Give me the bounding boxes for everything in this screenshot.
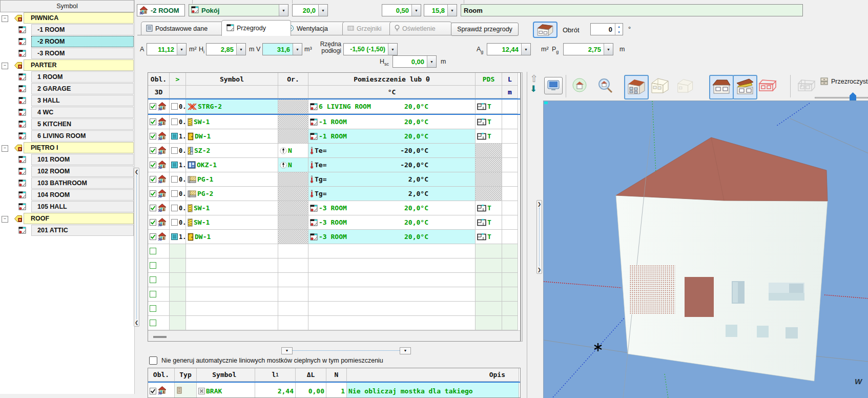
collapse-left-icon[interactable]: ❮ (135, 320, 139, 325)
orientation-cell[interactable] (278, 129, 308, 144)
dropdown-arrow-icon[interactable]: ▼ (427, 56, 436, 67)
col-header-more[interactable]: > (170, 73, 186, 86)
orientation-cell[interactable]: N (278, 144, 308, 158)
dropdown-arrow-icon[interactable]: ▼ (318, 5, 327, 16)
length-cell[interactable] (502, 144, 518, 158)
dropdown-arrow-icon[interactable]: ▼ (388, 44, 397, 55)
col-header-l1[interactable]: l1 (255, 368, 296, 382)
pds-cell[interactable] (476, 187, 502, 201)
obl-checkbox[interactable] (150, 305, 156, 312)
orientation-cell[interactable] (278, 244, 308, 258)
field-A[interactable]: 11,12▼ (147, 43, 187, 55)
door[interactable] (685, 277, 714, 317)
dl-cell[interactable]: 0,00 (296, 383, 326, 398)
obl-checkbox[interactable] (150, 133, 156, 140)
symbol-cell[interactable]: DW-1 (186, 230, 278, 244)
col-header-l[interactable]: L (502, 73, 518, 86)
partition-row-empty[interactable] (148, 244, 520, 258)
tree-group-ROOF[interactable]: − ROOF (0, 213, 134, 225)
dropdown-arrow-icon[interactable]: ▼ (521, 44, 530, 55)
view-roof-open-button[interactable] (733, 75, 757, 99)
obl-checkbox[interactable] (150, 205, 156, 211)
room-cell[interactable] (308, 244, 476, 258)
obl-checkbox[interactable] (150, 190, 156, 197)
pds-cell[interactable] (476, 302, 502, 316)
tree-group-PIWNICA[interactable]: − PIWNICA (0, 12, 134, 24)
partition-row-empty[interactable] (148, 302, 520, 316)
length-cell[interactable] (502, 230, 518, 244)
field-floor-level[interactable]: -1,50 (-1,50)▼ (343, 43, 398, 55)
col-header-room[interactable]: Pomieszczenie lub θ (308, 73, 476, 86)
window-basement[interactable] (786, 327, 798, 339)
col-header-obl[interactable]: Obl. (148, 73, 170, 86)
symbol-cell[interactable]: OKZ-1 (186, 158, 278, 172)
tree-column-header[interactable]: Symbol (0, 0, 134, 12)
room-cell[interactable]: -3 ROOM 20,0°C (308, 201, 476, 215)
orientation-cell[interactable] (278, 230, 308, 244)
partition-row-empty[interactable] (148, 258, 520, 273)
partition-row-STRG-2[interactable]: 3D 0. STRG-2 6 LIVING ROOM 20,0°C T (148, 98, 520, 115)
view-transparent-button[interactable] (649, 75, 671, 97)
tree-group-PARTER[interactable]: − PARTER (0, 59, 134, 71)
length-cell[interactable] (502, 215, 518, 230)
tree-item-5 KITCHEN[interactable]: 5 KITCHEN (0, 118, 134, 130)
detail-checkbox[interactable] (171, 133, 178, 140)
room-cell[interactable]: 6 LIVING ROOM 20,0°C (308, 99, 476, 114)
orientation-cell[interactable] (278, 99, 308, 114)
spin-down-icon[interactable]: ▼ (615, 29, 623, 35)
pds-cell[interactable]: T (476, 230, 502, 244)
symbol-cell[interactable]: BRAK (197, 383, 255, 398)
dropdown-arrow-icon[interactable]: ▼ (236, 44, 245, 55)
bridge-row-BRAK[interactable]: 3D BRAK 2,44 0,00 1 Nie obliczaj mostka … (148, 382, 520, 398)
symbol-cell[interactable] (186, 273, 278, 287)
symbol-cell[interactable]: SW-1 (186, 201, 278, 215)
col-header-pds[interactable]: PDS (476, 73, 502, 86)
spin-up-icon[interactable]: ▲ (615, 24, 623, 29)
orientation-cell[interactable] (278, 115, 308, 129)
pds-cell[interactable]: T (476, 99, 502, 114)
pds-cell[interactable] (476, 172, 502, 187)
obl-checkbox[interactable] (150, 219, 156, 226)
check-partitions-button[interactable]: Sprawdź przegrody (451, 23, 519, 36)
obl-checkbox[interactable] (150, 103, 156, 110)
length-cell[interactable] (502, 287, 518, 302)
tree-item-6 LIVING ROOM[interactable]: 6 LIVING ROOM (0, 130, 134, 142)
orientation-cell[interactable] (278, 201, 308, 215)
partition-row-SW-1[interactable]: 3D 0. SW-1 -3 ROOM 20,0°C T (148, 201, 520, 215)
tab-Oświetlenie[interactable]: Oświetlenie (389, 22, 452, 35)
length-cell[interactable] (502, 158, 518, 172)
tree-item-201 ATTIC[interactable]: 201 ATTIC (0, 225, 134, 236)
zoom-window-button[interactable] (594, 75, 617, 97)
dropdown-arrow-icon[interactable]: ▼ (177, 44, 186, 55)
tree-item--2 ROOM[interactable]: -2 ROOM (0, 36, 134, 48)
length-cell[interactable] (502, 302, 518, 316)
tree-item-105 HALL[interactable]: 105 HALL (0, 201, 134, 213)
no-bridges-checkbox[interactable] (149, 356, 157, 365)
tree-group-PIĘTRO I[interactable]: − PIĘTRO I (0, 142, 134, 154)
obl-checkbox[interactable] (150, 162, 156, 168)
window-basement[interactable] (726, 325, 737, 337)
detail-checkbox[interactable] (171, 162, 178, 168)
tab-Wentylacja[interactable]: Wentylacja (282, 22, 352, 35)
orientation-cell[interactable] (278, 316, 308, 330)
room-cell[interactable] (308, 302, 476, 316)
tree-splitter[interactable]: ❮ ❮ (134, 168, 139, 327)
dropdown-arrow-icon[interactable]: ▼ (293, 44, 302, 55)
obl-checkbox[interactable] (150, 388, 156, 394)
room-cell[interactable] (308, 258, 476, 273)
view-wireframe-red-button[interactable] (756, 75, 779, 97)
obl-checkbox[interactable] (150, 233, 156, 240)
length-cell[interactable] (502, 273, 518, 287)
col-header-typ[interactable]: Typ (175, 368, 197, 382)
room-cell[interactable]: Te= -20,0°C (308, 158, 476, 172)
orientation-cell[interactable] (278, 187, 308, 201)
room-type-combo[interactable]: Pokój ▼ (189, 4, 288, 16)
symbol-cell[interactable] (186, 287, 278, 302)
tab-Przegrody[interactable]: Przegrody (221, 20, 291, 36)
col-header-opis[interactable]: Opis (347, 368, 519, 382)
partition-row-empty[interactable] (148, 273, 520, 287)
view-settings-button[interactable] (544, 77, 563, 94)
symbol-cell[interactable] (186, 258, 278, 273)
symbol-cell[interactable]: PG-2 (186, 187, 278, 201)
typ-cell[interactable] (175, 383, 197, 398)
